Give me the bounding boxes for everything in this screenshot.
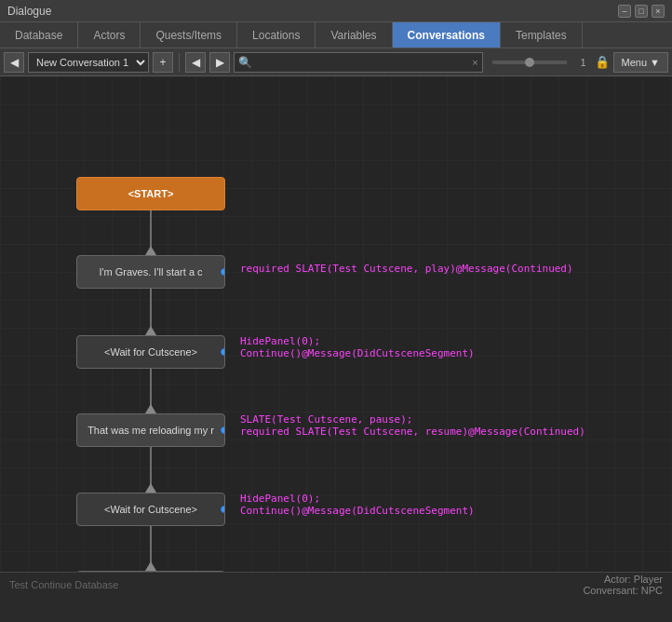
node-start-label: <START>	[128, 188, 174, 199]
connector-dot-dialogue2	[221, 426, 225, 434]
separator-1	[179, 53, 180, 72]
search-bar: 🔍 ×	[234, 52, 483, 73]
menu-label: Menu	[622, 57, 648, 68]
toolbar: ◀ New Conversation 1 + ◀ ▶ 🔍 × 1 🔒 Menu …	[0, 48, 672, 76]
conversant-info: Conversant: NPC	[583, 585, 663, 596]
maximize-button[interactable]: □	[635, 5, 648, 18]
status-right: Actor: Player Conversant: NPC	[583, 574, 663, 596]
search-clear-button[interactable]: ×	[472, 57, 477, 68]
actor-info: Actor: Player	[583, 574, 663, 585]
connector-dot-dialogue1	[221, 268, 225, 276]
status-left-text: Test Continue Database	[9, 579, 118, 590]
node-wait2[interactable]: <Wait for Cutscene>	[76, 493, 225, 526]
canvas-area[interactable]: <START> I'm Graves. I'll start a c <Wait…	[0, 76, 672, 596]
connector-dot-wait1	[221, 348, 225, 356]
tab-actors[interactable]: Actors	[78, 22, 141, 47]
svg-marker-9	[145, 561, 156, 571]
status-bar: Test Continue Database Actor: Player Con…	[0, 572, 672, 596]
script-wait2: HidePanel(0);Continue()@Message(DidCutsc…	[240, 493, 475, 517]
svg-marker-8	[145, 483, 156, 493]
zoom-thumb	[525, 58, 534, 67]
tab-database[interactable]: Database	[0, 22, 78, 47]
prev-conversation-button[interactable]: ◀	[4, 52, 24, 73]
node-dialogue1-label: I'm Graves. I'll start a c	[99, 266, 202, 277]
menu-button[interactable]: Menu ▼	[613, 52, 668, 73]
title-bar-label: Dialogue	[7, 5, 51, 18]
tab-bar: Database Actors Quests/Items Locations V…	[0, 22, 672, 48]
zoom-value: 1	[576, 57, 591, 68]
tab-variables[interactable]: Variables	[316, 22, 392, 47]
node-wait1[interactable]: <Wait for Cutscene>	[76, 335, 225, 369]
tab-conversations[interactable]: Conversations	[393, 22, 501, 47]
close-button[interactable]: ×	[652, 5, 665, 18]
node-dialogue2-label: That was me reloading my r	[87, 425, 214, 436]
connector-dot-wait2	[221, 506, 225, 513]
search-input[interactable]	[256, 57, 472, 68]
conversation-dropdown[interactable]: New Conversation 1	[28, 52, 149, 73]
tab-quests-items[interactable]: Quests/Items	[141, 22, 237, 47]
title-bar: Dialogue – □ ×	[0, 0, 672, 22]
svg-marker-6	[145, 326, 156, 335]
tab-locations[interactable]: Locations	[237, 22, 316, 47]
nav-next-button[interactable]: ▶	[209, 52, 230, 73]
zoom-slider[interactable]	[492, 61, 567, 64]
menu-arrow-icon: ▼	[650, 57, 660, 68]
script-dialogue1: required SLATE(Test Cutscene, play)@Mess…	[240, 263, 573, 275]
svg-marker-7	[145, 404, 156, 413]
script-wait1: HidePanel(0);Continue()@Message(DidCutsc…	[240, 335, 475, 359]
node-dialogue1[interactable]: I'm Graves. I'll start a c	[76, 255, 225, 289]
node-dialogue2[interactable]: That was me reloading my r	[76, 413, 225, 447]
nav-prev-button[interactable]: ◀	[185, 52, 206, 73]
svg-marker-5	[145, 246, 156, 255]
node-start[interactable]: <START>	[76, 177, 225, 210]
script-dialogue2: SLATE(Test Cutscene, pause);required SLA…	[240, 413, 585, 438]
add-conversation-button[interactable]: +	[153, 52, 173, 73]
search-icon: 🔍	[238, 56, 252, 69]
node-wait1-label: <Wait for Cutscene>	[104, 346, 197, 358]
minimize-button[interactable]: –	[618, 5, 631, 18]
tab-templates[interactable]: Templates	[501, 22, 583, 47]
title-bar-controls: – □ ×	[618, 5, 665, 18]
node-wait2-label: <Wait for Cutscene>	[104, 504, 197, 515]
lock-icon[interactable]: 🔒	[595, 55, 610, 69]
